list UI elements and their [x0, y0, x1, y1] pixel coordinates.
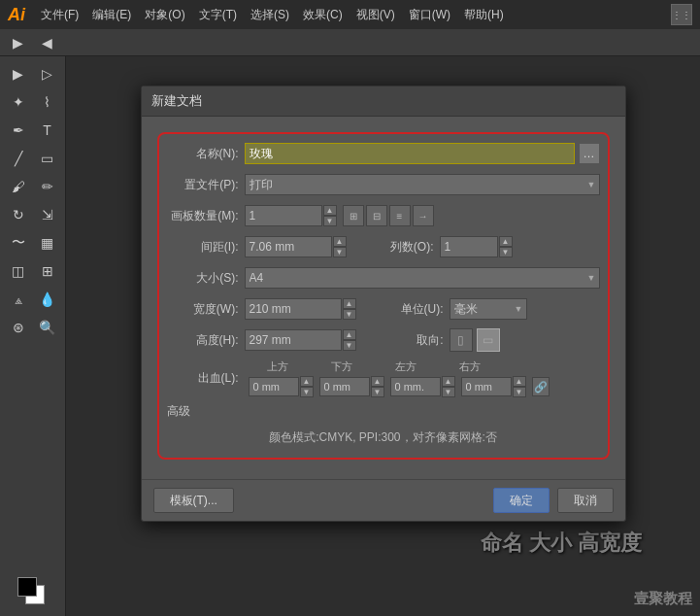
- tool-gradient[interactable]: ◫: [5, 257, 32, 285]
- height-input[interactable]: [245, 329, 342, 351]
- menu-edit[interactable]: 编辑(E): [86, 3, 137, 27]
- menu-select[interactable]: 选择(S): [245, 3, 295, 27]
- spacing-spinbox: ▲ ▼: [245, 236, 347, 257]
- advanced-info: 颜色模式:CMYK, PPI:300，对齐像素网格:否: [167, 426, 600, 450]
- tool-direct-select[interactable]: ▷: [34, 60, 61, 87]
- tool-graph[interactable]: ▦: [34, 229, 61, 257]
- orientation-landscape[interactable]: ▭: [477, 328, 500, 352]
- name-extra-btn[interactable]: …: [579, 143, 600, 164]
- bleed-top-increment[interactable]: ▲: [300, 376, 314, 387]
- bleed-right-increment[interactable]: ▲: [513, 376, 526, 387]
- tool-magic-wand[interactable]: ✦: [5, 88, 32, 116]
- menu-window[interactable]: 窗口(W): [403, 3, 456, 27]
- tool-zoom[interactable]: 🔍: [34, 314, 61, 341]
- height-btns: ▲ ▼: [343, 329, 356, 351]
- spacing-columns-row: 间距(I): ▲ ▼ 列数(O):: [167, 235, 600, 258]
- tool-eyedropper[interactable]: 💧: [34, 286, 61, 313]
- tool-symbol[interactable]: ⊛: [5, 314, 32, 341]
- spacing-label: 间距(I):: [167, 239, 245, 256]
- tool-type[interactable]: T: [34, 117, 61, 144]
- columns-decrement[interactable]: ▼: [499, 247, 513, 257]
- dialog-buttons: 模板(T)... 确定 取消: [142, 479, 625, 521]
- columns-increment[interactable]: ▲: [499, 236, 513, 247]
- artboards-spinbox: ▲ ▼: [245, 205, 337, 226]
- template-button[interactable]: 模板(T)...: [153, 488, 234, 513]
- tool-line[interactable]: ╱: [5, 145, 32, 172]
- grid-icon-4[interactable]: →: [413, 205, 434, 226]
- toolbar: ▶ ◀: [0, 29, 700, 56]
- menu-object[interactable]: 对象(O): [139, 3, 190, 27]
- name-input[interactable]: [245, 143, 575, 164]
- height-increment[interactable]: ▲: [343, 329, 356, 340]
- orientation-portrait[interactable]: ▯: [450, 328, 473, 352]
- bleed-bottom-increment[interactable]: ▲: [371, 376, 384, 387]
- tool-lasso[interactable]: ⌇: [34, 88, 61, 116]
- columns-input[interactable]: [440, 236, 498, 257]
- artboards-row: 画板数量(M): ▲ ▼ ⊞ ⊟ ≡: [167, 204, 600, 227]
- artboards-input[interactable]: [245, 205, 322, 226]
- tool-blend[interactable]: ⟁: [5, 286, 32, 313]
- toolbar-btn-2[interactable]: ◀: [33, 29, 60, 56]
- advanced-toggle[interactable]: 高级: [167, 402, 190, 420]
- size-select[interactable]: A4: [245, 267, 600, 289]
- spacing-btns: ▲ ▼: [333, 236, 347, 257]
- artboards-decrement[interactable]: ▼: [323, 216, 337, 226]
- menu-view[interactable]: 视图(V): [350, 3, 401, 27]
- orientation-icons: ▯ ▭: [450, 328, 500, 352]
- grid-icon-3[interactable]: ≡: [389, 205, 411, 226]
- menu-icons: ⋮⋮: [671, 4, 692, 25]
- bleed-left-input[interactable]: [390, 377, 441, 396]
- bleed-bottom-label: 下方: [313, 359, 371, 374]
- columns-label: 列数(O):: [362, 239, 440, 256]
- unit-select[interactable]: 毫米: [450, 298, 527, 320]
- columns-btns: ▲ ▼: [499, 236, 513, 257]
- menu-icon-grid[interactable]: ⋮⋮: [671, 4, 692, 25]
- width-increment[interactable]: ▲: [343, 298, 356, 309]
- width-unit-row: 宽度(W): ▲ ▼ 单位(U): 毫: [167, 297, 600, 321]
- spacing-increment[interactable]: ▲: [333, 236, 347, 247]
- menu-type[interactable]: 文字(T): [193, 3, 243, 27]
- toolbar-btn-1[interactable]: ▶: [4, 29, 31, 56]
- tool-rect[interactable]: ▭: [34, 145, 61, 172]
- width-btns: ▲ ▼: [343, 298, 356, 320]
- tool-scale[interactable]: ⇲: [34, 201, 61, 228]
- tool-select[interactable]: ▶: [5, 60, 32, 87]
- tool-rotate[interactable]: ↻: [5, 201, 32, 228]
- bleed-left-label: 左方: [377, 359, 435, 374]
- grid-icon-2[interactable]: ⊟: [366, 205, 387, 226]
- width-decrement[interactable]: ▼: [343, 309, 356, 320]
- bleed-right-input[interactable]: [461, 377, 512, 396]
- grid-icon-1[interactable]: ⊞: [343, 205, 364, 226]
- menu-file[interactable]: 文件(F): [35, 3, 84, 27]
- tool-mesh[interactable]: ⊞: [34, 257, 61, 285]
- height-decrement[interactable]: ▼: [343, 340, 356, 351]
- tool-pencil[interactable]: ✏: [34, 173, 61, 200]
- foreground-color-box[interactable]: [17, 577, 37, 597]
- tool-paintbrush[interactable]: 🖌: [5, 173, 32, 200]
- spacing-input[interactable]: [245, 236, 332, 257]
- color-boxes[interactable]: [17, 577, 49, 608]
- cancel-button[interactable]: 取消: [557, 488, 614, 513]
- bleed-bottom-decrement[interactable]: ▼: [371, 387, 384, 397]
- bleed-top-btns: ▲ ▼: [300, 376, 314, 397]
- bleed-bottom-spinbox: ▲ ▼: [319, 376, 384, 397]
- bleed-left-decrement[interactable]: ▼: [442, 387, 455, 397]
- tool-pen[interactable]: ✒: [5, 117, 32, 144]
- bleed-link-icon[interactable]: 🔗: [532, 377, 550, 396]
- bleed-right-decrement[interactable]: ▼: [513, 387, 526, 397]
- artboards-increment[interactable]: ▲: [323, 205, 337, 216]
- ok-button[interactable]: 确定: [493, 488, 550, 513]
- bleed-row: 出血(L): 上方 下方 左方 右方: [167, 359, 600, 397]
- columns-spinbox: ▲ ▼: [440, 236, 513, 257]
- menu-effect[interactable]: 效果(C): [297, 3, 349, 27]
- preset-select[interactable]: 打印: [245, 174, 600, 195]
- width-input[interactable]: [245, 298, 342, 320]
- dialog-body: 名称(N): … 置文件(P): 打印: [142, 117, 625, 479]
- tool-warp[interactable]: 〜: [5, 229, 32, 257]
- bleed-top-input[interactable]: [249, 377, 299, 396]
- bleed-bottom-input[interactable]: [319, 377, 370, 396]
- spacing-decrement[interactable]: ▼: [333, 247, 347, 257]
- bleed-left-increment[interactable]: ▲: [442, 376, 455, 387]
- menu-help[interactable]: 帮助(H): [458, 3, 510, 27]
- bleed-top-decrement[interactable]: ▼: [300, 387, 314, 397]
